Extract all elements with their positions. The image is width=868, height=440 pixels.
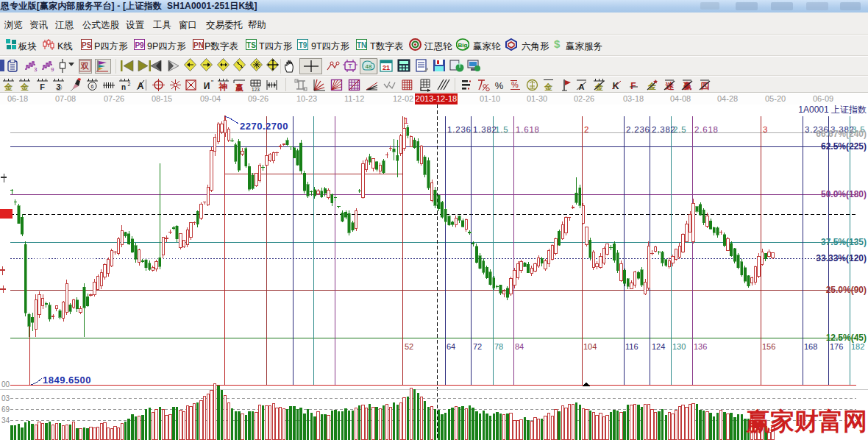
svg-text:2.5: 2.5: [673, 125, 686, 134]
svg-text:И: И: [204, 81, 210, 91]
svg-text:2: 2: [584, 125, 589, 134]
svg-text:50.0%(180): 50.0%(180): [821, 189, 867, 199]
svg-text:A: A: [138, 81, 144, 91]
svg-text:金: 金: [544, 82, 553, 91]
svg-text:金: 金: [20, 82, 29, 91]
svg-text:T: T: [348, 63, 352, 70]
svg-text:2.382: 2.382: [652, 125, 676, 134]
svg-text:00: 00: [1, 380, 10, 388]
svg-text:金: 金: [647, 82, 657, 91]
svg-text:69: 69: [1, 405, 10, 414]
svg-text:1.5: 1.5: [495, 125, 508, 134]
svg-text:48: 48: [366, 63, 372, 70]
svg-text:176: 176: [830, 342, 843, 351]
svg-text:34: 34: [1, 416, 10, 425]
svg-text:1.618: 1.618: [516, 125, 540, 134]
svg-text:K: K: [613, 81, 619, 91]
svg-text:": ": [211, 79, 213, 86]
svg-text:2.618: 2.618: [694, 125, 719, 134]
svg-text:03: 03: [1, 394, 10, 402]
svg-text:25.0%(90): 25.0%(90): [826, 285, 867, 295]
svg-text:F: F: [40, 82, 45, 91]
svg-text:n: n: [121, 83, 126, 91]
svg-text:84: 84: [515, 342, 524, 351]
svg-text:182: 182: [851, 342, 864, 351]
svg-text:12.5%(45): 12.5%(45): [826, 333, 867, 343]
svg-text:136: 136: [694, 342, 707, 351]
svg-text:Big: Big: [458, 42, 468, 49]
svg-text:78: 78: [494, 342, 503, 351]
svg-text:金: 金: [4, 82, 13, 91]
svg-text:1849.6500: 1849.6500: [43, 375, 91, 386]
svg-text:3: 3: [763, 125, 768, 134]
svg-text:72: 72: [473, 342, 482, 351]
svg-text:赢家财富网: 赢家财富网: [745, 408, 867, 435]
svg-text:2.236: 2.236: [626, 125, 650, 134]
svg-text:156: 156: [762, 342, 775, 351]
svg-text:66.67%(240): 66.67%(240): [816, 129, 867, 139]
svg-text:116: 116: [625, 342, 638, 351]
svg-text:1.382: 1.382: [473, 125, 497, 134]
svg-text:104: 104: [583, 342, 597, 351]
svg-text:1A0001 上证指数: 1A0001 上证指数: [798, 104, 867, 115]
svg-text:1.236: 1.236: [447, 125, 472, 134]
svg-text:9: 9: [51, 66, 54, 72]
svg-text:64: 64: [447, 342, 455, 351]
svg-text:2270.2700: 2270.2700: [240, 121, 288, 132]
svg-text:1: 1: [404, 116, 409, 125]
svg-text:37.5%(135): 37.5%(135): [821, 237, 867, 247]
svg-text:52: 52: [405, 342, 413, 351]
svg-text:33.33%(120): 33.33%(120): [816, 253, 867, 263]
svg-text:124: 124: [652, 342, 665, 351]
svg-text:168: 168: [804, 342, 817, 351]
svg-text:双: 双: [80, 62, 89, 71]
svg-text:130: 130: [672, 342, 686, 351]
svg-text:6: 6: [91, 84, 94, 89]
svg-text:21: 21: [383, 64, 390, 71]
svg-text:神: 神: [218, 82, 228, 92]
svg-text:123: 123: [252, 87, 260, 92]
svg-text:62.5%(225): 62.5%(225): [821, 141, 867, 152]
svg-text:%: %: [495, 80, 504, 91]
svg-text:F: F: [630, 81, 636, 91]
svg-text:%: %: [511, 80, 519, 89]
svg-text:3: 3: [34, 66, 38, 72]
svg-text:2: 2: [128, 82, 131, 87]
svg-text:金: 金: [594, 82, 604, 91]
svg-text:赢: 赢: [235, 83, 243, 92]
